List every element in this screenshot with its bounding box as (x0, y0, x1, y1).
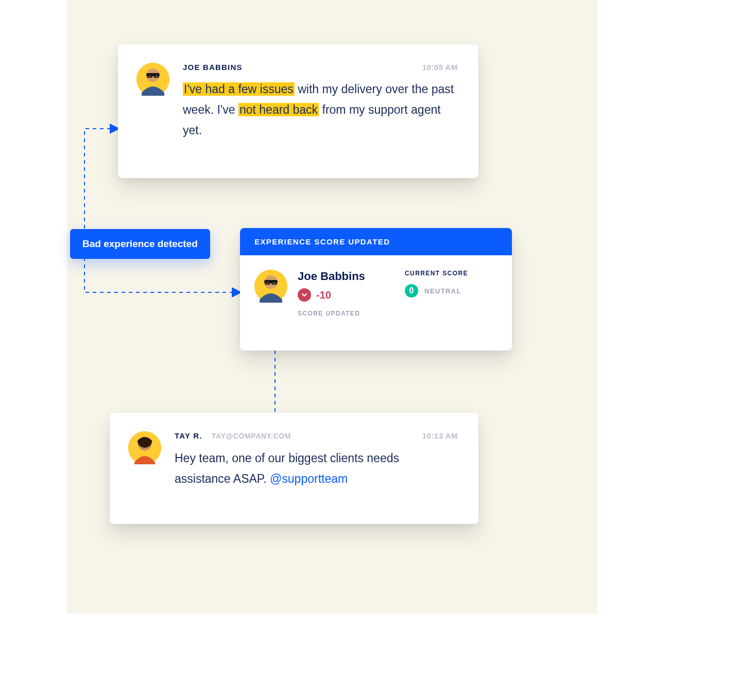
avatar (128, 431, 161, 464)
detection-badge: Bad experience detected (70, 229, 210, 259)
customer-message-card: JOE BABBINS 10:05 AM I've had a few issu… (118, 44, 478, 178)
highlight-noresponse: not heard back (238, 103, 319, 116)
message-body: I've had a few issues with my delivery o… (183, 79, 458, 141)
sender-email: TAY@COMPANY.COM (212, 432, 291, 440)
badge-label: Bad experience detected (82, 238, 198, 249)
neutral-icon: 0 (405, 284, 418, 297)
score-delta: -10 (316, 289, 331, 301)
score-card: EXPERIENCE SCORE UPDATED Joe Babbins (240, 228, 512, 351)
sender-name: JOE BABBINS (183, 63, 243, 72)
timestamp: 10:13 AM (422, 431, 458, 440)
avatar (136, 63, 169, 96)
avatar (254, 270, 287, 303)
sender-name: TAY R. (175, 431, 202, 440)
diagram-canvas: JOE BABBINS 10:05 AM I've had a few issu… (67, 0, 597, 614)
score-header: EXPERIENCE SCORE UPDATED (240, 228, 512, 255)
mention[interactable]: @supportteam (270, 472, 348, 485)
timestamp: 10:05 AM (422, 63, 458, 72)
agent-message-card: TAY R. TAY@COMPANY.COM 10:13 AM Hey team… (110, 413, 478, 524)
current-score-label: CURRENT SCORE (405, 270, 498, 277)
chevron-down-icon (298, 288, 311, 302)
message-body: Hey team, one of our biggest clients nee… (175, 448, 458, 489)
person-name: Joe Babbins (298, 270, 365, 283)
highlight-issue: I've had a few issues (183, 82, 295, 96)
score-updated-label: SCORE UPDATED (298, 310, 365, 317)
current-score-value: NEUTRAL (424, 287, 461, 295)
